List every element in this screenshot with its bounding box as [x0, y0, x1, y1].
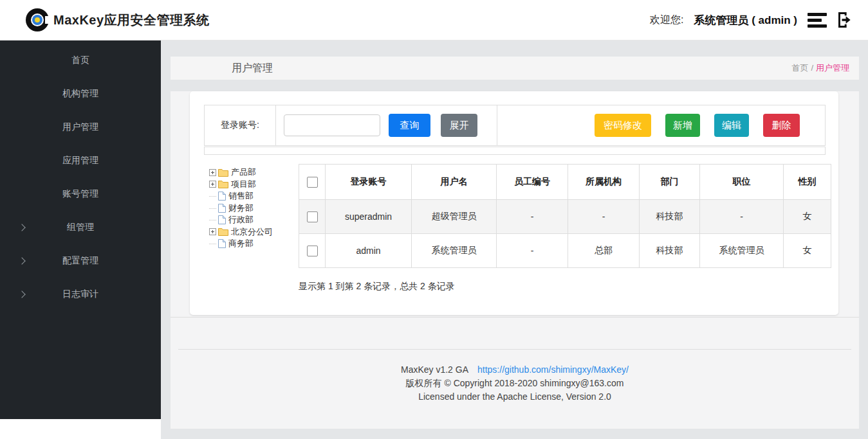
org-tree: 产品部项目部销售部财务部行政部北京分公司商务部: [209, 166, 298, 250]
add-button[interactable]: 新增: [665, 114, 700, 137]
tree-node-label: 商务部: [228, 238, 254, 249]
table-cell: 女: [784, 200, 831, 234]
table-cell: superadmin: [326, 200, 412, 234]
sidebar-item-日志审计[interactable]: 日志审计: [0, 278, 161, 311]
menu-toggle-icon[interactable]: [808, 13, 827, 28]
tree-node-label: 北京分公司: [231, 226, 273, 238]
file-icon: [218, 204, 226, 213]
logo-gap: [45, 16, 50, 24]
sidebar-item-账号管理[interactable]: 账号管理: [0, 177, 161, 211]
top-header: MaxKey应用安全管理系统 欢迎您: 系统管理员 ( admin ): [0, 0, 868, 40]
breadcrumb: 首页/用户管理: [791, 62, 849, 74]
search-form: 登录账号: 查询 展开 密码修改 新增 编辑 删除: [204, 105, 826, 146]
record-summary: 显示第 1 到第 2 条记录，总共 2 条记录: [299, 281, 455, 292]
sidebar-item-机构管理[interactable]: 机构管理: [0, 77, 161, 111]
tree-node[interactable]: 行政部: [209, 214, 298, 226]
sidebar-item-组管理[interactable]: 组管理: [0, 211, 161, 244]
login-account-input[interactable]: [284, 114, 380, 136]
breadcrumb-home[interactable]: 首页: [791, 63, 808, 73]
table-cell: 超级管理员: [412, 200, 497, 234]
column-header[interactable]: 员工编号: [497, 165, 568, 200]
expand-button[interactable]: 展开: [441, 114, 477, 137]
tree-node-label: 产品部: [231, 166, 256, 178]
delete-button[interactable]: 删除: [763, 114, 800, 137]
user-area: 欢迎您: 系统管理员 ( admin ): [650, 10, 855, 30]
table-cell: admin: [326, 234, 412, 268]
file-icon: [218, 192, 226, 201]
logout-icon[interactable]: [835, 10, 855, 30]
folder-icon: [218, 180, 228, 188]
table-cell: -: [568, 200, 640, 234]
sidebar-item-应用管理[interactable]: 应用管理: [0, 144, 161, 177]
column-header[interactable]: 所属机构: [568, 165, 640, 200]
table-row[interactable]: admin系统管理员-总部科技部系统管理员女: [299, 234, 831, 268]
sidebar-item-label: 日志审计: [62, 289, 98, 300]
brand: MaxKey应用安全管理系统: [24, 7, 210, 33]
change-password-button[interactable]: 密码修改: [595, 114, 651, 137]
tree-node[interactable]: 产品部: [209, 166, 298, 179]
page-title: 用户管理: [232, 62, 273, 75]
chevron-right-icon: [18, 224, 25, 231]
column-header[interactable]: 登录账号: [326, 165, 412, 200]
expand-icon[interactable]: [209, 169, 216, 176]
form-divider: [497, 105, 497, 145]
tree-node[interactable]: 财务部: [209, 202, 298, 215]
tree-node[interactable]: 商务部: [209, 238, 298, 250]
column-header[interactable]: 性别: [784, 165, 831, 200]
login-account-label: 登录账号:: [205, 105, 276, 145]
select-all-checkbox[interactable]: [307, 177, 318, 188]
current-user: 系统管理员 ( admin ): [694, 13, 797, 28]
github-link[interactable]: https://github.com/shimingxy/MaxKey/: [477, 364, 629, 375]
row-checkbox[interactable]: [307, 211, 318, 222]
column-header[interactable]: 部门: [640, 165, 700, 200]
footer-license: Licensed under the Apache License, Versi…: [178, 390, 851, 404]
action-buttons: 密码修改 新增 编辑 删除: [595, 114, 800, 137]
tree-connector: [209, 208, 216, 209]
maxkey-logo-icon: [24, 7, 50, 33]
file-icon: [218, 215, 226, 224]
content-panel: 登录账号: 查询 展开 密码修改 新增 编辑 删除 产品部项目部销售部财务部行政…: [171, 91, 859, 429]
query-button[interactable]: 查询: [389, 114, 430, 137]
breadcrumb-current: 用户管理: [816, 63, 849, 73]
tree-node[interactable]: 项目部: [209, 179, 298, 191]
expand-icon[interactable]: [209, 181, 216, 188]
breadcrumb-separator: /: [811, 63, 813, 73]
tree-node-label: 行政部: [228, 214, 254, 226]
sidebar-item-label: 组管理: [67, 222, 94, 233]
column-header[interactable]: 用户名: [412, 165, 497, 200]
expand-icon[interactable]: [209, 228, 216, 235]
table-body: superadmin超级管理员--科技部-女admin系统管理员-总部科技部系统…: [299, 200, 831, 268]
page-footer: MaxKey v1.2 GAhttps://github.com/shiming…: [178, 349, 851, 404]
tree-node[interactable]: 北京分公司: [209, 226, 298, 238]
tree-connector: [209, 243, 216, 244]
row-checkbox[interactable]: [307, 246, 318, 256]
file-icon: [218, 239, 226, 248]
sidebar: 首页机构管理用户管理应用管理账号管理组管理配置管理日志审计: [0, 40, 161, 419]
table-cell: -: [497, 234, 568, 268]
table-cell: 科技部: [640, 200, 700, 234]
footer-version: MaxKey v1.2 GA: [401, 364, 468, 375]
tree-node[interactable]: 销售部: [209, 190, 298, 202]
user-table: 登录账号用户名员工编号所属机构部门职位性别 superadmin超级管理员--科…: [299, 164, 831, 268]
table-row[interactable]: superadmin超级管理员--科技部-女: [299, 200, 831, 234]
logo-yellow-dot: [35, 17, 40, 22]
sidebar-item-label: 应用管理: [62, 155, 98, 166]
footer-copyright: 版权所有 © Copyright 2018-2020 shimingxy@163…: [178, 377, 851, 390]
edit-button[interactable]: 编辑: [714, 114, 749, 137]
main-content: 用户管理 首页/用户管理 登录账号: 查询 展开 密码修改 新增 编辑 删除 产…: [161, 40, 868, 439]
table-cell: -: [497, 200, 568, 234]
tree-connector: [209, 195, 216, 197]
column-header[interactable]: 职位: [700, 165, 784, 200]
folder-icon: [218, 228, 228, 236]
app-title: MaxKey应用安全管理系统: [53, 12, 210, 29]
sidebar-item-首页[interactable]: 首页: [0, 44, 161, 77]
footer-version-line: MaxKey v1.2 GAhttps://github.com/shiming…: [178, 363, 851, 377]
table-cell: 女: [784, 234, 831, 268]
sidebar-item-用户管理[interactable]: 用户管理: [0, 111, 161, 144]
sidebar-item-label: 首页: [71, 55, 89, 66]
table-cell: 总部: [568, 234, 640, 268]
sidebar-item-label: 账号管理: [62, 188, 98, 200]
sidebar-item-配置管理[interactable]: 配置管理: [0, 244, 161, 278]
table-cell: -: [700, 200, 784, 234]
sidebar-item-label: 用户管理: [62, 121, 98, 133]
